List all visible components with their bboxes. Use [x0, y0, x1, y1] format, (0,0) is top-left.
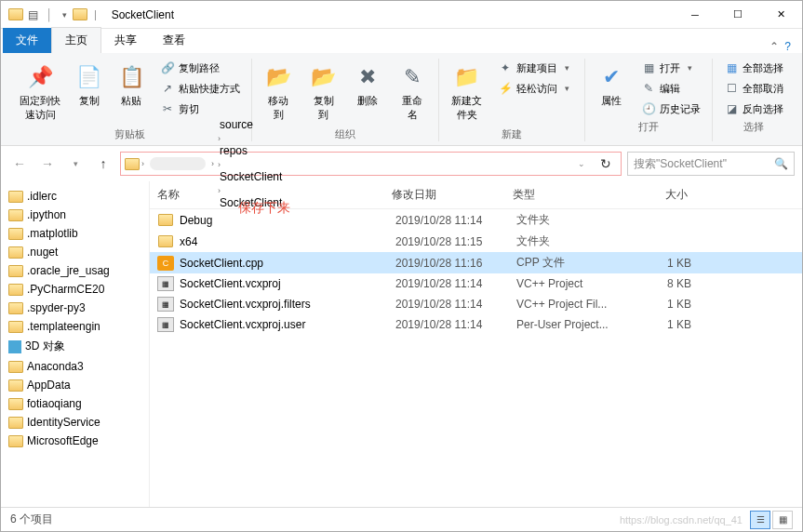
back-button[interactable]: ← — [8, 153, 31, 175]
select-none-button[interactable]: ☐全部取消 — [718, 79, 789, 98]
breadcrumb-segment[interactable]: repos — [216, 144, 286, 157]
chevron-right-icon[interactable]: › — [140, 159, 146, 168]
address-row: ← → ▾ ↑ › › source›repos›SocketClient›So… — [1, 146, 802, 181]
file-type: VC++ Project Fil... — [516, 298, 637, 311]
minimize-button[interactable]: ─ — [674, 1, 716, 29]
file-date: 2019/10/28 11:16 — [395, 257, 516, 270]
easy-access-button[interactable]: ⚡轻松访问▾ — [492, 79, 579, 98]
new-item-button[interactable]: ✦新建项目▾ — [492, 59, 579, 77]
tree-item[interactable]: .matplotlib — [1, 224, 149, 243]
annotation-text: 保存下来 — [238, 200, 290, 217]
file-type: VC++ Project — [516, 277, 637, 290]
tree-item-label: .PyCharmCE20 — [27, 283, 104, 296]
tree-item[interactable]: .oracle_jre_usag — [1, 261, 149, 280]
file-row[interactable]: CSocketClient.cpp2019/10/28 11:16CPP 文件1… — [150, 252, 802, 273]
path-icon: 🔗 — [160, 60, 175, 75]
forward-button[interactable]: → — [36, 153, 59, 175]
tree-item[interactable]: fotiaoqiang — [1, 394, 149, 413]
tree-item[interactable]: IdentityService — [1, 413, 149, 432]
qat-divider-icon: │ — [42, 7, 57, 22]
rename-button[interactable]: ✎重命名 — [392, 59, 433, 126]
maximize-button[interactable]: ☐ — [716, 1, 759, 29]
titlebar: ▤ │ ▾ │ SocketClient ─ ☐ ✕ — [1, 1, 802, 29]
properties-icon[interactable]: ▤ — [25, 7, 40, 22]
breadcrumb-segment[interactable]: source — [216, 118, 286, 131]
file-row[interactable]: ▦SocketClient.vcxproj.user2019/10/28 11:… — [150, 314, 802, 335]
vcxproj-file-icon: ▦ — [157, 317, 174, 332]
tree-item[interactable]: .nuget — [1, 243, 149, 261]
properties-button[interactable]: ✔属性 — [591, 59, 632, 112]
copy-path-button[interactable]: 🔗复制路径 — [154, 59, 246, 77]
copy-button[interactable]: 📄 复制 — [70, 59, 108, 112]
edit-button[interactable]: ✎编辑 — [636, 79, 706, 98]
icons-view-button[interactable]: ▦ — [772, 511, 793, 529]
cut-button[interactable]: ✂剪切 — [154, 100, 246, 118]
file-row[interactable]: ▦SocketClient.vcxproj.filters2019/10/28 … — [150, 294, 802, 314]
col-type[interactable]: 类型 — [513, 187, 634, 203]
pin-button[interactable]: 📌 固定到快速访问 — [14, 59, 66, 126]
tab-file[interactable]: 文件 — [3, 28, 51, 53]
folder-icon — [157, 213, 174, 228]
tree-item[interactable]: .PyCharmCE20 — [1, 280, 149, 299]
tab-view[interactable]: 查看 — [150, 28, 198, 53]
copy-to-button[interactable]: 📂复制到 — [302, 59, 343, 126]
tree-item[interactable]: .templateengin — [1, 317, 149, 336]
folder-icon — [8, 246, 23, 259]
help-icon[interactable]: ? — [784, 40, 791, 53]
selall-icon: ▦ — [724, 60, 739, 75]
chevron-right-icon[interactable]: › — [216, 160, 222, 169]
tree-item[interactable]: Anaconda3 — [1, 357, 149, 376]
folder-icon — [8, 7, 23, 22]
move-to-button[interactable]: 📂移动到 — [258, 59, 299, 126]
file-type: Per-User Project... — [516, 318, 637, 331]
history-button[interactable]: 🕘历史记录 — [636, 100, 706, 118]
folder-icon — [73, 7, 87, 22]
folder-icon — [8, 284, 23, 296]
delete-button[interactable]: ✖删除 — [348, 59, 388, 112]
organize-group-label: 组织 — [335, 127, 355, 141]
file-row[interactable]: x642019/10/28 11:15文件夹 — [150, 231, 802, 252]
dropdown-button[interactable]: ⌄ — [570, 153, 593, 175]
up-button[interactable]: ↑ — [92, 153, 114, 175]
address-bar[interactable]: › › source›repos›SocketClient›SocketClie… — [120, 152, 622, 176]
open-group-label: 打开 — [638, 120, 659, 134]
search-box[interactable]: 🔍 — [627, 152, 795, 176]
paste-shortcut-button[interactable]: ↗粘贴快捷方式 — [154, 79, 246, 98]
qat-dropdown-icon[interactable]: ▾ — [59, 10, 71, 20]
tab-share[interactable]: 共享 — [101, 28, 150, 53]
new-folder-button[interactable]: 📁新建文件夹 — [445, 59, 488, 126]
file-size: 1 KB — [637, 318, 703, 331]
recent-button[interactable]: ▾ — [64, 153, 87, 175]
tree-item[interactable]: .ipython — [1, 206, 149, 224]
file-row[interactable]: ▦SocketClient.vcxproj2019/10/28 11:14VC+… — [150, 273, 802, 294]
tree-item[interactable]: .idlerc — [1, 187, 149, 206]
move-icon: 📂 — [263, 62, 293, 92]
tree-item-label: 3D 对象 — [25, 339, 65, 354]
tree-item-label: AppData — [27, 379, 71, 392]
tree-item[interactable]: AppData — [1, 376, 149, 394]
copy-label: 复制 — [79, 94, 100, 108]
col-date[interactable]: 修改日期 — [392, 187, 513, 203]
collapse-icon[interactable]: ⌃ — [770, 40, 779, 53]
invert-button[interactable]: ◪反向选择 — [718, 100, 789, 118]
select-all-button[interactable]: ▦全部选择 — [718, 59, 789, 77]
clipboard-group-label: 剪贴板 — [114, 127, 145, 141]
refresh-button[interactable]: ↻ — [595, 153, 617, 175]
chevron-right-icon[interactable]: › — [209, 159, 216, 168]
details-view-button[interactable]: ☰ — [750, 511, 770, 529]
chevron-down-icon: ▾ — [684, 63, 696, 73]
col-size[interactable]: 大小 — [634, 187, 699, 203]
invert-icon: ◪ — [724, 101, 739, 116]
tree-item[interactable]: .spyder-py3 — [1, 299, 149, 317]
tab-home[interactable]: 主页 — [51, 27, 101, 53]
folder-tree[interactable]: .idlerc.ipython.matplotlib.nuget.oracle_… — [1, 181, 150, 507]
group-open: ✔属性 ▦打开▾ ✎编辑 🕘历史记录 打开 — [585, 59, 713, 141]
paste-button[interactable]: 📋 粘贴 — [113, 59, 151, 112]
close-button[interactable]: ✕ — [759, 1, 802, 29]
tree-item[interactable]: 3D 对象 — [1, 336, 149, 357]
open-button[interactable]: ▦打开▾ — [636, 59, 706, 77]
search-icon[interactable]: 🔍 — [774, 157, 788, 170]
chevron-right-icon[interactable]: › — [216, 134, 222, 143]
tree-item[interactable]: MicrosoftEdge — [1, 432, 149, 450]
search-input[interactable] — [634, 157, 774, 170]
